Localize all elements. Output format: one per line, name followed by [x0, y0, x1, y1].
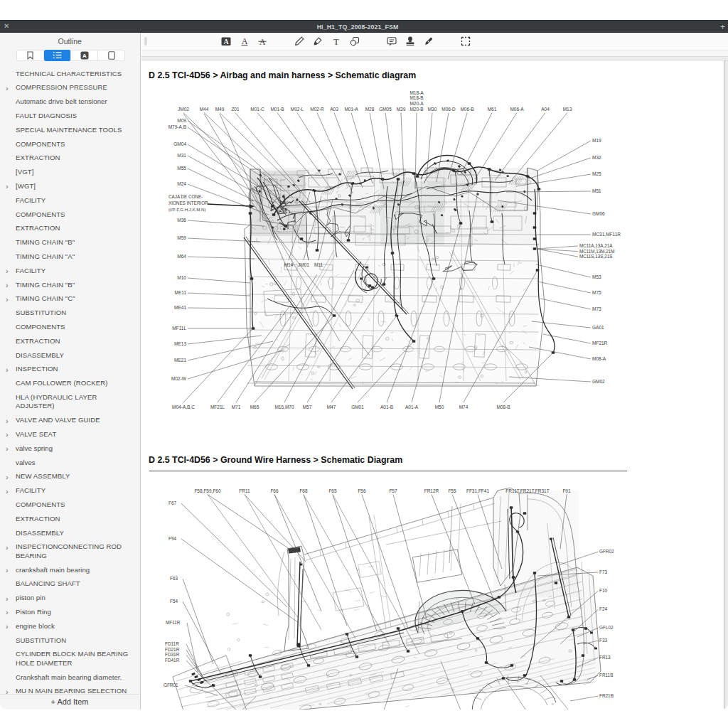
svg-text:A: A	[242, 36, 248, 46]
svg-text:A: A	[82, 53, 87, 59]
svg-text:T: T	[333, 36, 339, 46]
svg-text:A: A	[223, 38, 229, 46]
